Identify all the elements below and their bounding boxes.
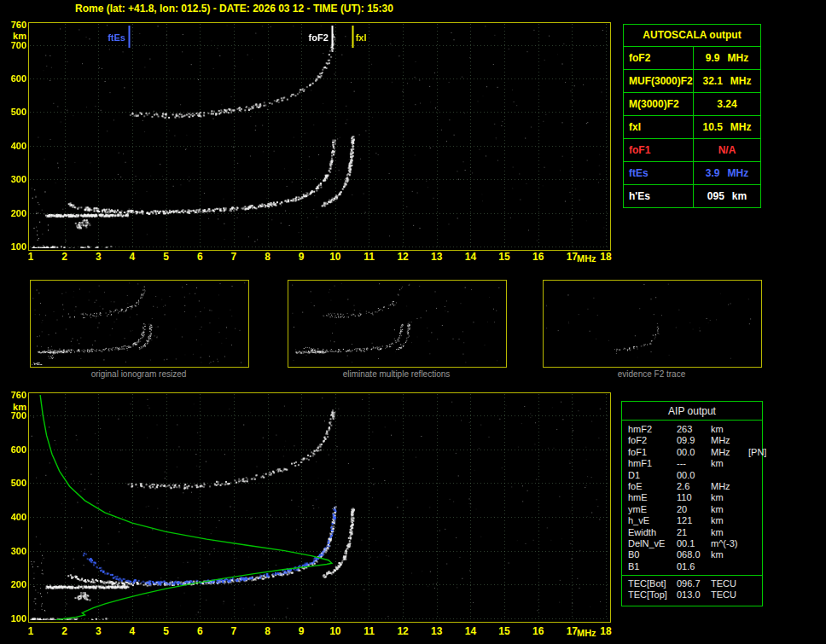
thumbnail-caption-eliminate: eliminate multiple reflections — [288, 369, 505, 379]
main-x-tick-label: 7 — [224, 251, 243, 263]
aip-unit: km — [711, 458, 748, 468]
autoscala-value-unit: MHz — [728, 52, 749, 64]
aip-table-separator — [622, 575, 762, 576]
autoscala-row-ftes: ftEs3.9MHz — [624, 162, 760, 185]
aip-value: 01.6 — [677, 561, 711, 571]
aip-param-label: foE — [628, 481, 677, 491]
main-y-tick-label: 600 — [3, 73, 26, 84]
aip-unit: MHz — [711, 435, 748, 445]
bottom-x-tick-label: 16 — [529, 625, 548, 637]
bottom-y-tick-label: 600 — [3, 444, 26, 455]
autoscala-value: 3.9MHz — [694, 167, 760, 179]
aip-param-label: h_vE — [628, 515, 677, 525]
aip-value: 00.1 — [677, 538, 711, 548]
aip-param-label: D1 — [628, 470, 677, 480]
main-x-tick-label: 9 — [292, 251, 311, 263]
autoscala-value-unit: MHz — [728, 167, 749, 179]
aip-value: 263 — [677, 424, 711, 434]
main-x-tick-label: 4 — [123, 251, 142, 263]
main-ionogram-plot — [28, 22, 611, 251]
aip-unit: km — [711, 424, 748, 434]
bottom-y-tick-label: 300 — [3, 546, 26, 556]
aip-value: 09.9 — [677, 435, 711, 445]
main-ionogram-canvas — [29, 23, 608, 248]
aip-row-hmf2: hmF2263km — [622, 424, 762, 435]
bottom-x-tick-label: 11 — [359, 625, 378, 637]
autoscala-table-title: AUTOSCALA output — [624, 25, 760, 47]
autoscala-value: 9.9MHz — [694, 52, 760, 64]
aip-value: 013.0 — [677, 589, 711, 600]
autoscala-value-unit: MHz — [730, 75, 752, 87]
autoscala-value-number: 095 — [707, 190, 724, 202]
aip-value: 068.0 — [677, 549, 711, 560]
autoscala-value: 10.5MHz — [694, 121, 760, 133]
bottom-y-tick-label: 700 — [3, 410, 26, 421]
aip-param-label: B1 — [628, 561, 677, 571]
main-y-tick-label: 500 — [3, 107, 26, 117]
aip-row-ewidth: Ewidth21km — [622, 527, 762, 538]
aip-row-fof1: foF100.0MHz[PN] — [622, 447, 762, 458]
main-x-tick-label: 12 — [393, 251, 412, 263]
aip-value: 096.7 — [677, 578, 711, 589]
aip-row-foe: foE2.6MHz — [622, 481, 762, 492]
aip-param-label: TEC[Bot] — [628, 578, 677, 589]
thumbnail-eliminate-reflections — [288, 280, 507, 368]
aip-row-hmf1: hmF1---km — [622, 458, 762, 469]
aip-value: 20 — [677, 504, 711, 514]
bottom-x-tick-label: 18 — [596, 625, 615, 637]
main-x-tick-label: 8 — [259, 251, 277, 263]
autoscala-row-fxi: fxI10.5MHz — [624, 116, 760, 139]
main-x-tick-label: 15 — [495, 251, 514, 263]
main-y-tick-label: 700 — [3, 40, 26, 50]
bottom-y-tick-label: 400 — [3, 512, 26, 522]
autoscala-value: 3.24 — [694, 98, 760, 110]
aip-row-tecbot: TEC[Bot]096.7TECU — [622, 578, 762, 589]
aip-row-b0: B0068.0km — [622, 549, 762, 560]
aip-row-d1: D100.0 — [622, 470, 762, 481]
bottom-y-tick-label: 100 — [3, 613, 26, 624]
autoscala-value-unit: MHz — [730, 121, 752, 133]
autoscala-value-number: 32.1 — [702, 75, 722, 87]
thumbnail-original-ionogram — [30, 280, 249, 368]
main-x-tick-label: 16 — [529, 251, 548, 263]
aip-param-label: TEC[Top] — [628, 589, 677, 600]
aip-row-yme: ymE20km — [622, 504, 762, 515]
bottom-x-tick-label: 12 — [393, 625, 412, 637]
aip-unit: MHz — [711, 481, 748, 491]
aip-unit: m^(-3) — [711, 538, 748, 548]
autoscala-app-window: Rome (lat: +41.8, lon: 012.5) - DATE: 20… — [0, 0, 826, 644]
autoscala-param-label: foF1 — [624, 139, 694, 161]
main-x-tick-label: 5 — [157, 251, 176, 263]
main-y-tick-label: 300 — [3, 174, 26, 184]
autoscala-value-number: 3.9 — [706, 167, 720, 179]
aip-value: 00.0 — [677, 470, 711, 480]
main-x-tick-label: 11 — [359, 251, 378, 263]
aip-row-hme: hmE110km — [622, 492, 762, 503]
aip-param-label: Ewidth — [628, 527, 677, 537]
autoscala-param-label: M(3000)F2 — [624, 93, 694, 115]
autoscala-value-unit: km — [732, 190, 747, 202]
bottom-x-tick-label: 8 — [259, 625, 277, 637]
autoscala-value: 095km — [694, 190, 760, 202]
aip-value: 121 — [677, 515, 711, 525]
main-y-tick-label: 200 — [3, 208, 26, 218]
aip-output-table: AIP output hmF2263kmfoF209.9MHzfoF100.0M… — [621, 401, 763, 606]
bottom-x-tick-label: 4 — [123, 625, 142, 637]
autoscala-output-table: AUTOSCALA output foF29.9MHzMUF(3000)F232… — [623, 24, 761, 208]
aip-row-hve: h_vE121km — [622, 515, 762, 526]
autoscala-param-label: foF2 — [624, 47, 694, 69]
aip-param-label: ymE — [628, 504, 677, 514]
autoscala-value-number: 3.24 — [717, 98, 736, 110]
autoscala-row-m3000f2: M(3000)F23.24 — [624, 93, 760, 116]
aip-unit: km — [711, 549, 748, 560]
autoscala-row-fof1: foF1N/A — [624, 139, 760, 162]
aip-table-title: AIP output — [622, 402, 762, 421]
profile-ionogram-plot — [28, 392, 611, 623]
autoscala-value: N/A — [694, 144, 760, 156]
bottom-x-tick-label: 3 — [89, 625, 108, 637]
aip-value: --- — [677, 458, 711, 468]
autoscala-value-number: 10.5 — [702, 121, 722, 133]
autoscala-value-number: 9.9 — [706, 52, 720, 64]
aip-param-label: foF2 — [628, 435, 677, 445]
thumbnail-caption-original: original ionogram resized — [30, 369, 247, 379]
